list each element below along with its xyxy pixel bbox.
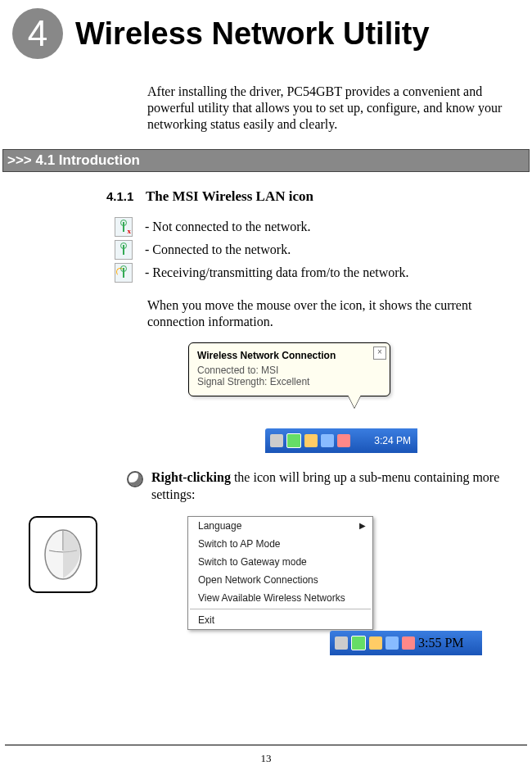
menu-item-ap-mode[interactable]: Switch to AP Mode: [188, 535, 372, 553]
context-menu: Language ▶ Switch to AP Mode Switch to G…: [187, 516, 373, 630]
tray-icon[interactable]: [335, 636, 348, 650]
subsection-header: 4.1.1 The MSI Wireless LAN icon: [106, 188, 532, 205]
menu-item-exit[interactable]: Exit: [188, 611, 372, 629]
menu-item-language[interactable]: Language ▶: [188, 517, 372, 535]
connection-tooltip: × Wireless Network Connection Connected …: [188, 342, 390, 396]
taskbar: 3:24 PM: [265, 428, 417, 453]
intro-paragraph: After installing the driver, PC54GBT pro…: [147, 84, 532, 133]
wlan-connected-icon: [115, 240, 133, 260]
chapter-header: 4 Wireless Network Utility: [0, 0, 532, 59]
wlan-activity-icon: [115, 263, 133, 283]
chapter-title: Wireless Network Utility: [75, 16, 430, 52]
context-menu-screenshot: Language ▶ Switch to AP Mode Switch to G…: [187, 516, 482, 655]
tray-icon[interactable]: [304, 434, 318, 447]
wlan-tray-icon[interactable]: [286, 433, 301, 448]
tray-icon[interactable]: [321, 434, 334, 447]
submenu-arrow-icon: ▶: [359, 521, 366, 530]
tray-icon[interactable]: [369, 636, 382, 650]
subsection-number: 4.1.1: [106, 189, 146, 203]
chapter-number-badge: 4: [12, 8, 63, 59]
menu-item-label: Language: [198, 520, 241, 532]
close-icon[interactable]: ×: [373, 346, 386, 360]
tray-icon[interactable]: [385, 636, 399, 650]
menu-separator: [190, 609, 371, 609]
menu-item-available-networks[interactable]: View Available Wireless Networks: [188, 589, 372, 607]
note-bullet-icon: [127, 471, 143, 487]
rightclick-note: Right-clicking the icon will bring up a …: [127, 469, 529, 504]
tray-icon[interactable]: [337, 434, 350, 447]
taskbar-clock: 3:24 PM: [374, 435, 411, 446]
legend-row-disconnected: x - Not connected to the network.: [115, 217, 532, 237]
legend-text: - Connected to the network.: [145, 242, 291, 257]
mouse-illustration: [29, 516, 97, 593]
menu-item-network-connections[interactable]: Open Network Connections: [188, 571, 372, 589]
tooltip-title: Wireless Network Connection: [197, 350, 381, 361]
legend-row-connected: - Connected to the network.: [115, 240, 532, 260]
tray-icon[interactable]: [270, 434, 283, 447]
rightclick-text: Right-clicking the icon will bring up a …: [151, 469, 529, 504]
taskbar: 3:55 PM: [330, 631, 482, 655]
tray-icon[interactable]: [402, 636, 415, 650]
rightclick-lead: Right-clicking: [151, 470, 231, 484]
wlan-tray-icon[interactable]: [351, 636, 366, 650]
tooltip-screenshot: × Wireless Network Connection Connected …: [188, 342, 417, 453]
menu-item-gateway-mode[interactable]: Switch to Gateway mode: [188, 553, 372, 571]
taskbar-clock: 3:55 PM: [418, 636, 464, 650]
legend-row-activity: - Receiving/transmitting data from/to th…: [115, 263, 532, 283]
hover-description: When you move the mouse over the icon, i…: [147, 297, 529, 330]
tray-icon-legend: x - Not connected to the network. - Conn…: [115, 217, 532, 283]
legend-text: - Not connected to the network.: [145, 220, 311, 234]
tooltip-line: Signal Strength: Excellent: [197, 376, 381, 387]
mouse-icon: [41, 526, 86, 583]
subsection-title: The MSI Wireless LAN icon: [146, 188, 313, 205]
legend-text: - Receiving/transmitting data from/to th…: [145, 265, 409, 280]
wlan-disconnected-icon: x: [115, 217, 133, 237]
tooltip-line: Connected to: MSI: [197, 365, 381, 376]
page-number: 13: [0, 752, 532, 765]
section-header: >>> 4.1 Introduction: [2, 149, 530, 172]
footer-rule: [5, 745, 527, 745]
context-menu-area: Language ▶ Switch to AP Mode Switch to G…: [29, 516, 532, 655]
